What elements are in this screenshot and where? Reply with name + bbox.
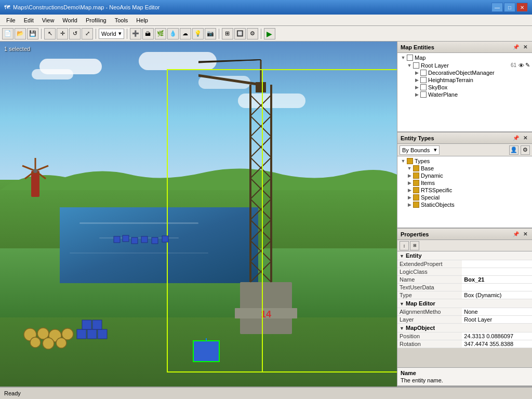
base-expand-icon[interactable]: ▼: [406, 166, 413, 171]
separator-1: [41, 29, 42, 39]
add-object-button[interactable]: ➕: [130, 28, 141, 39]
light-button[interactable]: 💡: [192, 28, 204, 39]
grass-button[interactable]: 🌿: [155, 28, 166, 39]
entity-type-btn-1[interactable]: 👤: [509, 145, 518, 155]
properties-close[interactable]: ✕: [522, 231, 529, 237]
tree-item-items[interactable]: ▶ Items: [398, 179, 531, 187]
terrain-button[interactable]: 🏔: [142, 28, 154, 39]
decorative-label: DecorativeObjectManager: [428, 70, 495, 76]
tree-item-skybox[interactable]: ▶ SkyBox: [398, 84, 531, 91]
map-entities-header: Map Entities 📌 ✕: [397, 42, 532, 53]
properties-pin[interactable]: 📌: [511, 231, 521, 237]
property-hint: Name The entity name.: [397, 367, 532, 385]
menu-edit[interactable]: Edit: [20, 16, 38, 24]
new-button[interactable]: 📄: [2, 28, 14, 39]
special-expand-icon[interactable]: ▶: [406, 195, 413, 200]
play-button[interactable]: ▶: [264, 28, 275, 39]
tree-item-decorative[interactable]: ▶ DecorativeObjectManager: [398, 69, 531, 76]
static-expand-icon[interactable]: ▶: [406, 202, 413, 207]
sky-button[interactable]: ☁: [180, 28, 191, 39]
mapobject-section-header[interactable]: ▼ MapObject: [397, 324, 532, 332]
properties-scroll[interactable]: ▼ Entity ExtendedPropert LogicClass Name: [397, 251, 532, 367]
minimize-button[interactable]: —: [491, 3, 503, 12]
menu-help[interactable]: Help: [132, 16, 152, 24]
open-button[interactable]: 📂: [15, 28, 26, 39]
dynamic-expand-icon[interactable]: ▶: [406, 173, 413, 178]
viewport[interactable]: 14: [0, 42, 397, 387]
menu-file[interactable]: File: [2, 16, 20, 24]
tree-item-heightmap[interactable]: ▶ HeightmapTerrain: [398, 76, 531, 84]
entity-collapse-icon[interactable]: ▼: [400, 254, 404, 259]
map-expand-icon[interactable]: ▼: [400, 55, 407, 60]
decorative-expand-icon[interactable]: ▶: [413, 70, 420, 75]
tree-item-root-layer[interactable]: ▼ Root Layer 61 👁 ✎: [398, 61, 531, 69]
map-entities-pin[interactable]: 📌: [511, 44, 521, 50]
snap-button[interactable]: 🔲: [234, 28, 246, 39]
props-group-btn[interactable]: ⊞: [410, 241, 419, 250]
map-entities-close[interactable]: ✕: [522, 44, 529, 50]
world-dropdown[interactable]: World ▾: [99, 29, 124, 39]
menu-tools[interactable]: Tools: [111, 16, 132, 24]
grid-button[interactable]: ⊞: [222, 28, 233, 39]
close-button[interactable]: ✕: [516, 3, 528, 12]
tree-item-waterplane[interactable]: ▶ WaterPlane: [398, 91, 531, 98]
root-layer-checkbox[interactable]: [413, 62, 419, 69]
tree-item-base[interactable]: ▼ Base: [398, 165, 531, 172]
entity-types-tree[interactable]: ▼ Types ▼ Base ▶ Dynamic ▶ Items: [397, 156, 532, 228]
tree-item-rtsspecific[interactable]: ▶ RTSSpecific: [398, 187, 531, 194]
tree-item-dynamic[interactable]: ▶ Dynamic: [398, 172, 531, 179]
decorative-checkbox[interactable]: [420, 70, 427, 76]
camera-button[interactable]: 📷: [205, 28, 216, 39]
by-bounds-dropdown[interactable]: By Bounds ▾: [400, 145, 440, 155]
save-button[interactable]: 💾: [27, 28, 38, 39]
move-button[interactable]: ✛: [57, 28, 68, 39]
scale-button[interactable]: ⤢: [82, 28, 93, 39]
rts-expand-icon[interactable]: ▶: [406, 188, 413, 193]
heightmap-checkbox[interactable]: [420, 77, 427, 83]
windmill: [20, 155, 51, 197]
tree-item-types[interactable]: ▼ Types: [398, 157, 531, 165]
menu-world[interactable]: World: [58, 16, 82, 24]
prop-val-logic[interactable]: [462, 268, 532, 276]
water-button[interactable]: 💧: [167, 28, 179, 39]
mapeditor-section-header[interactable]: ▼ Map Editor: [397, 299, 532, 308]
tree-item-special[interactable]: ▶ Special: [398, 194, 531, 201]
entity-section-header[interactable]: ▼ Entity: [397, 251, 532, 260]
waterplane-expand-icon[interactable]: ▶: [413, 92, 420, 97]
root-layer-edit-icon[interactable]: ✎: [525, 62, 530, 69]
prop-val-name[interactable]: Box_21: [462, 276, 532, 284]
prop-val-layer[interactable]: Root Layer: [462, 316, 532, 324]
rotate-button[interactable]: ↺: [69, 28, 81, 39]
select-button[interactable]: ↖: [44, 28, 56, 39]
menubar: File Edit View World Profiling Tools Hel…: [0, 15, 532, 26]
prop-val-textuser[interactable]: [462, 284, 532, 291]
prop-val-rotation[interactable]: 347.4474 355.8388: [462, 340, 532, 348]
maximize-button[interactable]: □: [504, 3, 515, 12]
mapeditor-collapse-icon[interactable]: ▼: [400, 301, 404, 307]
prop-val-extended[interactable]: [462, 260, 532, 268]
types-expand-icon[interactable]: ▼: [400, 158, 407, 164]
menu-view[interactable]: View: [38, 16, 59, 24]
menu-profiling[interactable]: Profiling: [82, 16, 111, 24]
waterplane-checkbox[interactable]: [420, 91, 427, 98]
map-entities-tree[interactable]: ▼ Map ▼ Root Layer 61 👁 ✎ ▶ Deco: [397, 53, 532, 131]
root-layer-expand-icon[interactable]: ▼: [406, 63, 413, 68]
settings-button[interactable]: ⚙: [247, 28, 258, 39]
entity-types-pin[interactable]: 📌: [511, 135, 521, 141]
tree-item-staticobjects[interactable]: ▶ StaticObjects: [398, 201, 531, 208]
skybox-expand-icon[interactable]: ▶: [413, 85, 420, 90]
water-reflection-1: [79, 222, 198, 224]
tree-item-map[interactable]: ▼ Map: [398, 54, 531, 61]
mapobject-collapse-icon[interactable]: ▼: [400, 326, 404, 331]
prop-val-type[interactable]: Box (Dynamic): [462, 291, 532, 299]
props-sort-btn[interactable]: ↕: [400, 241, 409, 250]
heightmap-expand-icon[interactable]: ▶: [413, 77, 420, 83]
prop-val-position[interactable]: 24.3313 0.0886097: [462, 332, 532, 340]
entity-type-btn-2[interactable]: ⚙: [521, 145, 530, 155]
skybox-checkbox[interactable]: [420, 84, 427, 90]
prop-val-alignment[interactable]: None: [462, 308, 532, 316]
map-checkbox[interactable]: [407, 55, 413, 61]
root-layer-eye-icon[interactable]: 👁: [518, 62, 524, 69]
entity-types-close[interactable]: ✕: [522, 135, 529, 141]
items-expand-icon[interactable]: ▶: [406, 180, 413, 185]
